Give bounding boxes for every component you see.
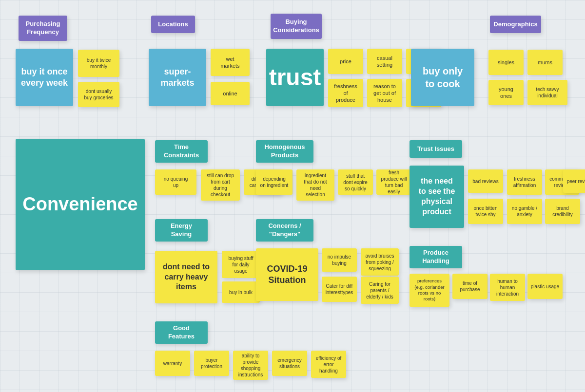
sticky-singles: singles — [488, 50, 524, 75]
sticky-no-gamble: no gamble /anxiety — [507, 199, 542, 224]
sticky-no-impulse: no impulsebuying — [322, 248, 357, 272]
sticky-young-ones: youngones — [488, 80, 524, 105]
sticky-price: price — [328, 49, 363, 74]
sticky-buy-in-bulk: buy in bulk — [222, 281, 260, 303]
sticky-still-can-drop: still can dropfrom cartduringcheckout — [201, 169, 240, 201]
header-good-features: GoodFeatures — [155, 321, 208, 344]
sticky-mums: mums — [527, 50, 563, 75]
header-energy-saving: EnergySaving — [155, 219, 208, 242]
sticky-buyer-protection: buyerprotection — [194, 351, 229, 376]
sticky-freshness-affirmation: freshnessaffirmation — [507, 169, 542, 195]
sticky-tech-savvy: tech savvyindividual — [527, 80, 567, 105]
header-concerns-dangers: Concerns /"Dangers" — [256, 219, 313, 242]
sticky-time-of-purchase: time ofpurchase — [452, 274, 488, 299]
sticky-cater-for-diff: Cater for diffinteresttypes — [322, 277, 357, 302]
sticky-efficiency-error: efficiency oferrorhandling — [311, 351, 346, 378]
sticky-emergency-situations: emergencysituations — [272, 351, 307, 376]
sticky-convenience: Convenience — [16, 139, 145, 270]
sticky-trust: trust — [266, 49, 324, 106]
sticky-online: online — [211, 82, 250, 105]
sticky-need-to-see-physical: the needto see thephysicalproduct — [410, 166, 464, 228]
sticky-buy-once-every-week: buy it onceevery week — [16, 49, 73, 106]
header-trust-issues: Trust Issues — [410, 140, 462, 158]
sticky-no-queuing: no queuingup — [155, 169, 196, 195]
sticky-plastic-usage: plastic usage — [527, 274, 563, 299]
header-produce-handling: ProduceHandling — [410, 246, 462, 268]
sticky-dont-usually: dont usuallybuy groceries — [78, 82, 119, 107]
sticky-ability-to-provide: ability toprovideshoppinginstructions — [233, 351, 268, 380]
sticky-buy-twice-monthly: buy it twicemonthly — [78, 50, 119, 77]
sticky-buying-stuff-daily: buying stufffor dailyusage — [222, 251, 260, 278]
sticky-human-interaction: human tohumaninteraction — [490, 274, 525, 301]
sticky-peer-reviews: peer reviews — [563, 169, 585, 193]
sticky-fresh-produce-bad: freshproduce willturn badeasily — [376, 169, 411, 195]
sticky-depending-on-ingredient: dependingon ingredient — [256, 169, 292, 195]
sticky-ingredient-dont-expire: ingredientthat do notneedselection — [296, 169, 334, 201]
header-buying-considerations: Buying Considerations — [271, 14, 322, 39]
header-time-constraints: TimeConstraints — [155, 140, 208, 163]
sticky-once-bitten: once bittentwice shy — [468, 199, 503, 224]
sticky-wet-markets: wetmarkets — [211, 49, 250, 76]
sticky-warranty: warranty — [155, 351, 190, 376]
sticky-avoid-bruises: avoid bruisesfrom poking /squeezing — [361, 248, 399, 276]
header-homogenous-products: HomogenousProducts — [256, 140, 313, 163]
sticky-buy-only-to-cook: buy onlyto cook — [411, 49, 474, 106]
sticky-bad-reviews: bad reviews — [468, 169, 503, 193]
sticky-brand-credibility: brandcredibility — [545, 199, 580, 224]
header-purchasing-frequency: Purchasing Frequency — [19, 16, 67, 41]
sticky-supermarkets: super-markets — [149, 49, 206, 106]
sticky-preferences: preferences(e.g. corianderroots vs noroo… — [410, 274, 449, 307]
sticky-freshness-produce: freshnessofproduce — [328, 79, 363, 107]
sticky-dont-need-carry-heavy: dont need tocarry heavyitems — [155, 251, 217, 303]
header-locations: Locations — [151, 16, 195, 33]
sticky-reason-to-get-out: reason toget out ofhouse — [367, 79, 402, 107]
sticky-casual-setting: casualsetting — [367, 49, 402, 74]
sticky-covid19: COVID-19Situation — [256, 248, 318, 301]
sticky-caring-parents: Caring forparents /elderly / kids — [361, 277, 399, 304]
sticky-stuff-not-quickly: stuff thatdont expireso quickly — [338, 169, 373, 195]
header-demographics: Demographics — [490, 16, 541, 33]
